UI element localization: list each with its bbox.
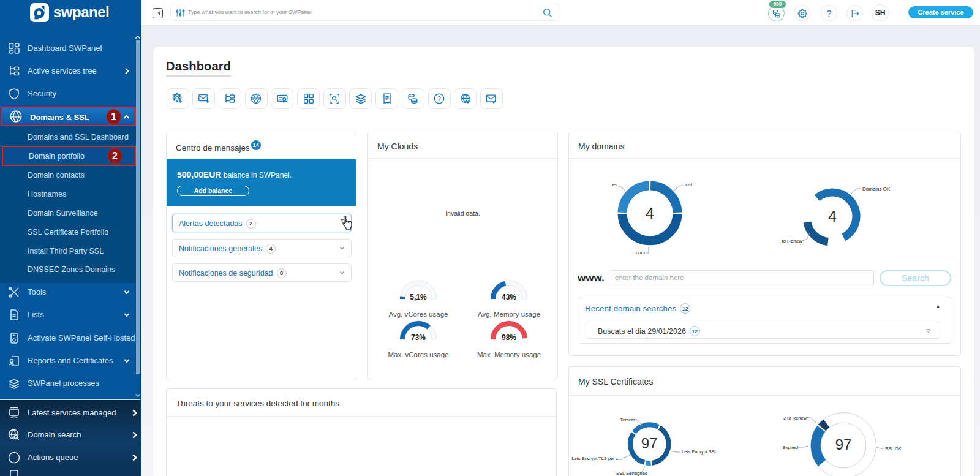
svg-text:WWW: WWW	[251, 97, 261, 100]
svg-text:WWW: WWW	[10, 115, 21, 119]
svg-text:?: ?	[437, 96, 441, 102]
